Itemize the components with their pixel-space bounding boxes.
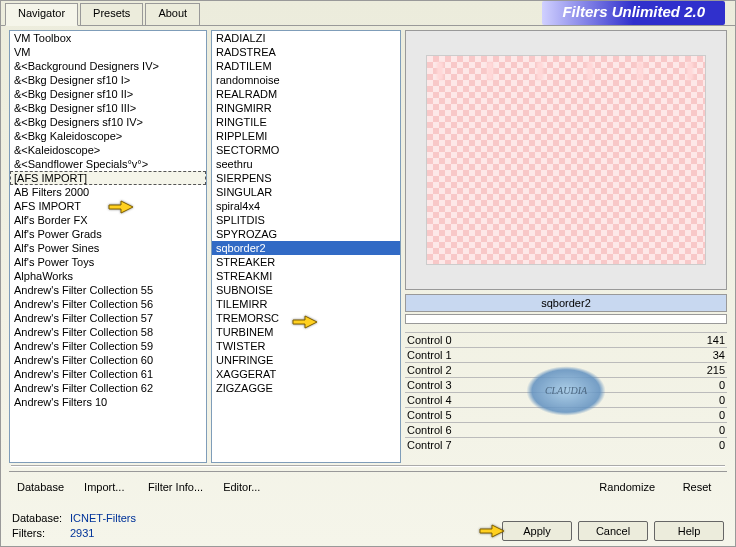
control-row[interactable]: Control 70 (405, 438, 727, 453)
footer-info: Database:ICNET-Filters Filters:2931 (12, 511, 136, 541)
filter-info-button[interactable]: Filter Info... (140, 478, 211, 496)
brand-title: Filters Unlimited 2.0 (542, 1, 725, 25)
import-button[interactable]: Import... (76, 478, 136, 496)
control-row[interactable]: Control 2215 (405, 363, 727, 378)
list-item[interactable]: SECTORMO (212, 143, 400, 157)
list-item[interactable]: Alf's Power Sines (10, 241, 206, 255)
footer-buttons: Apply Cancel Help (502, 521, 724, 541)
list-item[interactable]: RINGMIRR (212, 101, 400, 115)
filter-list[interactable]: RADIALZIRADSTREARADTILEMrandomnoiseREALR… (211, 30, 401, 463)
list-item[interactable]: TURBINEM (212, 325, 400, 339)
apply-button[interactable]: Apply (502, 521, 572, 541)
control-row[interactable]: Control 40 (405, 393, 727, 408)
list-item[interactable]: sqborder2 (212, 241, 400, 255)
list-item[interactable]: RADTILEM (212, 59, 400, 73)
list-item[interactable]: Alf's Power Grads (10, 227, 206, 241)
preview-image (405, 30, 727, 290)
list-item[interactable]: Andrew's Filter Collection 56 (10, 297, 206, 311)
footer: Database:ICNET-Filters Filters:2931 Appl… (12, 511, 724, 541)
control-value: 141 (687, 333, 727, 348)
list-item[interactable]: STREAKER (212, 255, 400, 269)
list-item[interactable]: spiral4x4 (212, 199, 400, 213)
control-row[interactable]: Control 50 (405, 408, 727, 423)
control-label: Control 2 (405, 363, 687, 378)
list-item[interactable]: Andrew's Filter Collection 55 (10, 283, 206, 297)
list-item[interactable]: &<Kaleidoscope> (10, 143, 206, 157)
list-item[interactable]: Andrew's Filter Collection 62 (10, 381, 206, 395)
control-row[interactable]: Control 134 (405, 348, 727, 363)
controls-table: Control 0141Control 134Control 2215Contr… (405, 332, 727, 452)
list-item[interactable]: RADIALZI (212, 31, 400, 45)
list-item[interactable]: &<Sandflower Specials°v°> (10, 157, 206, 171)
list-item[interactable]: TILEMIRR (212, 297, 400, 311)
list-item[interactable]: Andrew's Filter Collection 61 (10, 367, 206, 381)
reset-button[interactable]: Reset (667, 478, 727, 496)
list-item[interactable]: SUBNOISE (212, 283, 400, 297)
list-item[interactable]: Andrew's Filter Collection 58 (10, 325, 206, 339)
list-item[interactable]: &<Bkg Kaleidoscope> (10, 129, 206, 143)
category-list[interactable]: VM ToolboxVM&<Background Designers IV>&<… (9, 30, 207, 463)
randomize-button[interactable]: Randomize (591, 478, 663, 496)
list-item[interactable]: REALRADM (212, 87, 400, 101)
control-label: Control 1 (405, 348, 687, 363)
divider (11, 465, 725, 467)
list-item[interactable]: &<Background Designers IV> (10, 59, 206, 73)
control-value: 34 (687, 348, 727, 363)
control-label: Control 0 (405, 333, 687, 348)
preview-inner (426, 55, 706, 265)
control-value: 215 (687, 363, 727, 378)
list-item[interactable]: randomnoise (212, 73, 400, 87)
list-item[interactable]: AFS IMPORT (10, 199, 206, 213)
list-item[interactable]: RADSTREA (212, 45, 400, 59)
list-item[interactable]: Andrew's Filter Collection 60 (10, 353, 206, 367)
list-item[interactable]: SIERPENS (212, 171, 400, 185)
list-item[interactable]: RINGTILE (212, 115, 400, 129)
control-value: 0 (687, 408, 727, 423)
list-item[interactable]: Andrew's Filter Collection 57 (10, 311, 206, 325)
list-item[interactable]: RIPPLEMI (212, 129, 400, 143)
cancel-button[interactable]: Cancel (578, 521, 648, 541)
tab-navigator[interactable]: Navigator (5, 3, 78, 26)
control-value: 0 (687, 393, 727, 408)
list-item[interactable]: VM Toolbox (10, 31, 206, 45)
list-item[interactable]: SINGULAR (212, 185, 400, 199)
list-item[interactable]: Alf's Power Toys (10, 255, 206, 269)
list-item[interactable]: SPLITDIS (212, 213, 400, 227)
control-label: Control 6 (405, 423, 687, 438)
list-item[interactable]: &<Bkg Designer sf10 III> (10, 101, 206, 115)
right-panel: sqborder2 Control 0141Control 134Control… (405, 30, 727, 463)
list-item[interactable]: Andrew's Filters 10 (10, 395, 206, 409)
list-item[interactable]: AlphaWorks (10, 269, 206, 283)
help-button[interactable]: Help (654, 521, 724, 541)
list-item[interactable]: UNFRINGE (212, 353, 400, 367)
control-row[interactable]: Control 60 (405, 423, 727, 438)
list-item[interactable]: Andrew's Filter Collection 59 (10, 339, 206, 353)
editor-button[interactable]: Editor... (215, 478, 275, 496)
list-item[interactable]: seethru (212, 157, 400, 171)
list-item[interactable]: Alf's Border FX (10, 213, 206, 227)
list-item[interactable]: &<Bkg Designers sf10 IV> (10, 115, 206, 129)
list-item[interactable]: TWISTER (212, 339, 400, 353)
list-item[interactable]: STREAKMI (212, 269, 400, 283)
database-button[interactable]: Database (9, 478, 72, 496)
tab-presets[interactable]: Presets (80, 3, 143, 25)
footer-db-label: Database: (12, 511, 70, 526)
control-row[interactable]: Control 30 (405, 378, 727, 393)
footer-filters-value: 2931 (70, 527, 94, 539)
list-item[interactable]: SPYROZAG (212, 227, 400, 241)
list-item[interactable]: &<Bkg Designer sf10 I> (10, 73, 206, 87)
list-item[interactable]: TREMORSC (212, 311, 400, 325)
control-value: 0 (687, 423, 727, 438)
list-item[interactable]: ZIGZAGGE (212, 381, 400, 395)
list-item[interactable]: XAGGERAT (212, 367, 400, 381)
control-row[interactable]: Control 0141 (405, 333, 727, 348)
content: VM ToolboxVM&<Background Designers IV>&<… (1, 25, 735, 463)
list-item[interactable]: [AFS IMPORT] (10, 171, 206, 185)
parameter-slider[interactable] (405, 314, 727, 324)
list-item[interactable]: &<Bkg Designer sf10 II> (10, 87, 206, 101)
tab-about[interactable]: About (145, 3, 200, 25)
list-item[interactable]: AB Filters 2000 (10, 185, 206, 199)
footer-db-value: ICNET-Filters (70, 512, 136, 524)
list-item[interactable]: VM (10, 45, 206, 59)
current-filter-label: sqborder2 (405, 294, 727, 312)
